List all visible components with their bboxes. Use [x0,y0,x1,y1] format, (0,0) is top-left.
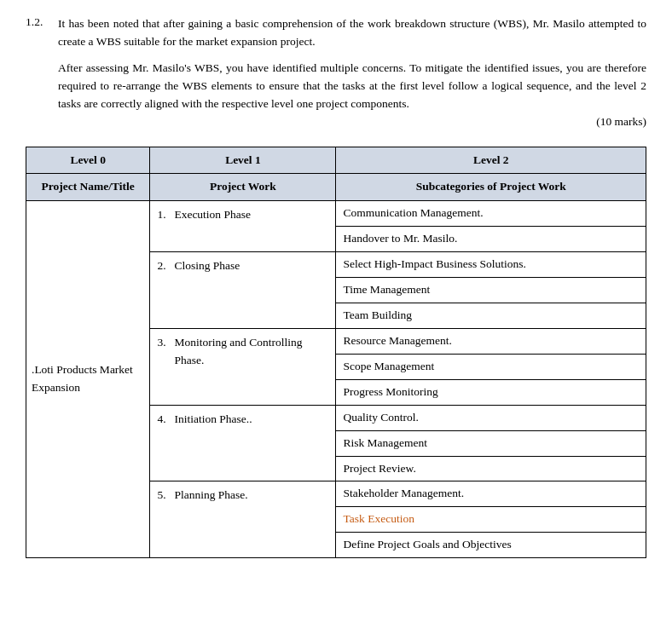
level1-number: 1. [157,206,174,224]
level2-entry: Progress Monitoring [343,383,639,402]
marks-label: (10 marks) [90,113,646,131]
level2-cell: Handover to Mr. Masilo. [336,227,646,252]
level2-cell: Risk Management [336,430,646,456]
level2-cell: Communication Management. [336,201,646,227]
table-row: .Loti Products Market Expansion1.Executi… [26,201,646,227]
level1-number: 4. [157,411,174,429]
level2-cell: Quality Control. [336,405,646,430]
level2-cell: Project Review. [336,456,646,481]
level1-number: 5. [157,487,174,505]
level2-cell: Team Building [336,303,646,329]
level2-cell: Scope Management [336,354,646,379]
level2-cell: Resource Management. [336,328,646,354]
level2-entry: Quality Control. [343,408,639,428]
level2-entry: Risk Management [343,434,639,453]
level1-cell: 2.Closing Phase [150,252,336,329]
level1-number: 2. [157,257,174,275]
level2-cell: Stakeholder Management. [336,481,646,507]
intro-section: 1.2. It has been noted that after gainin… [26,15,646,131]
level2-entry: Team Building [343,306,639,326]
level2-cell: Progress Monitoring [336,379,646,405]
level2-cell: Task Execution [336,507,646,533]
question-line2: After assessing Mr. Masilo's WBS, you ha… [58,61,646,110]
level1-text: Monitoring and Controlling Phase. [174,334,328,370]
question-line1: It has been noted that after gaining a b… [58,15,646,51]
project-name-cell: .Loti Products Market Expansion [26,201,150,558]
level2-entry: Time Management [343,280,639,300]
level2-cell: Select High-Impact Business Solutions. [336,252,646,278]
level1-cell: 1.Execution Phase [150,201,336,252]
level2-entry: Scope Management [343,357,639,377]
level1-text: Closing Phase [174,257,328,275]
level2-entry: Handover to Mr. Masilo. [343,229,639,249]
level1-text: Initiation Phase.. [174,411,328,429]
level1-cell: 4.Initiation Phase.. [150,405,336,481]
level1-number: 3. [157,334,174,352]
level2-entry: Project Review. [343,459,639,479]
level1-text: Execution Phase [174,206,328,224]
header-row-2: Project Name/Title Project Work Subcateg… [26,174,646,201]
level1-cell: 5.Planning Phase. [150,481,336,558]
header-level2-row1: Level 2 [336,147,646,174]
wbs-table: Level 0 Level 1 Level 2 Project Name/Tit… [26,147,646,559]
level2-entry: Select High-Impact Business Solutions. [343,255,639,274]
header-level0-row2: Project Name/Title [26,174,150,201]
level2-entry: Task Execution [343,510,639,529]
question-header: 1.2. It has been noted that after gainin… [26,15,646,51]
header-level0-row1: Level 0 [26,147,150,174]
level1-text: Planning Phase. [174,487,328,505]
wbs-table-wrapper: Level 0 Level 1 Level 2 Project Name/Tit… [26,147,646,559]
level2-cell: Define Project Goals and Objectives [336,533,646,558]
header-level2-row2: Subcategories of Project Work [336,174,646,201]
level2-entry: Communication Management. [343,204,639,223]
level2-cell: Time Management [336,278,646,303]
level2-entry: Stakeholder Management. [343,484,639,504]
level2-entry: Resource Management. [343,332,639,351]
header-level1-row1: Level 1 [150,147,336,174]
header-level1-row2: Project Work [150,174,336,201]
level1-cell: 3.Monitoring and Controlling Phase. [150,328,336,405]
question-body: After assessing Mr. Masilo's WBS, you ha… [58,60,646,131]
level2-entry: Define Project Goals and Objectives [343,535,639,555]
header-row-1: Level 0 Level 1 Level 2 [26,147,646,174]
question-number: 1.2. [26,15,58,51]
